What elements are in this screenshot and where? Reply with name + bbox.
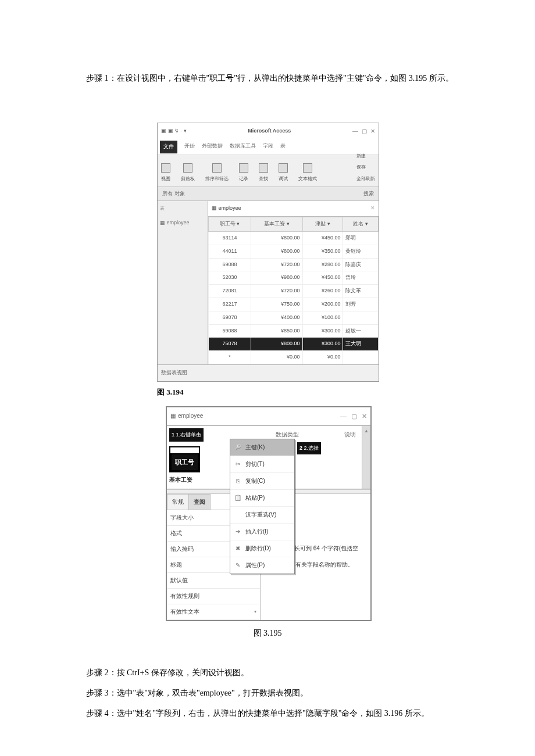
table-row[interactable]: 72081¥720.00¥260.00陈文革 (209, 285, 379, 298)
ribbon-tab-external[interactable]: 外部数据 (202, 141, 223, 153)
design-field-col: 1 1.右键单击 职工号 基本工资 (167, 426, 236, 489)
close-icon[interactable]: ✕ (370, 125, 375, 138)
prop-row-validtext[interactable]: 有效性文本▾ (167, 604, 260, 620)
step-1-text: 步骤 1：在设计视图中，右键单击"职工号"行，从弹出的快捷菜单中选择"主键"命令… (70, 70, 465, 88)
col-header-allow[interactable]: 津贴 ▾ (302, 217, 343, 232)
menu-item-paste[interactable]: 📋粘贴(P) (230, 490, 294, 507)
col-header-id[interactable]: 职工号 ▾ (209, 217, 251, 232)
scrollbar[interactable]: ▲ (362, 426, 370, 489)
ribbon-group-text[interactable]: 文本格式 (298, 163, 317, 184)
annotation-1: 1 1.右键单击 (169, 428, 204, 442)
menu-item-copy[interactable]: ⎘复制(C) (230, 473, 294, 490)
ribbon-tab-home[interactable]: 开始 (184, 141, 195, 153)
table-row[interactable]: 69088¥720.00¥280.00陈嘉庆 (209, 258, 379, 271)
menu-item-delete-row[interactable]: ✖删除行(D) (230, 540, 294, 557)
figure-194-access-window: ▣ ▣ ↯ · ▾ Microsoft Access — ▢ ✕ 文件 开始 外… (157, 123, 379, 382)
table-row[interactable]: 59088¥850.00¥300.00赵敏一 (209, 324, 379, 338)
ribbon-body: 视图 剪贴板 排序和筛选 记录 查找 调试 文本格式 新建 保存 全部刷新 (158, 155, 379, 187)
find-icon (259, 163, 268, 173)
minimize-icon[interactable]: — (352, 125, 358, 138)
maximize-icon[interactable]: ▢ (351, 409, 357, 423)
ribbon-right-new[interactable]: 新建 (356, 151, 366, 162)
delete-row-icon: ✖ (234, 542, 242, 555)
ribbon-group-records[interactable]: 记录 (239, 163, 248, 184)
titlebar: ▣ ▣ ↯ · ▾ Microsoft Access — ▢ ✕ (158, 123, 379, 139)
context-menu[interactable]: 🔑主键(K) ✂剪切(T) ⎘复制(C) 📋粘贴(P) 汉字重选(V) ➔插入行… (230, 439, 295, 574)
menu-item-ime[interactable]: 汉字重选(V) (230, 507, 294, 524)
tab-close-icon[interactable]: ✕ (370, 203, 375, 214)
view-icon (161, 163, 170, 173)
ribbon-tab-table[interactable]: 表 (280, 141, 286, 153)
figure-195-caption: 图 3.195 (166, 625, 369, 643)
ribbon-group-sort[interactable]: 排序和筛选 (205, 163, 229, 184)
table-header-row: 职工号 ▾ 基本工资 ▾ 津贴 ▾ 姓名 ▾ (209, 217, 379, 232)
close-icon[interactable]: ✕ (362, 409, 367, 423)
ribbon-right-refresh[interactable]: 全部刷新 (356, 174, 375, 184)
nav-pane[interactable]: 表 ▦ employee (158, 201, 208, 364)
table-row[interactable]: 63114¥800.00¥450.00郑明 (209, 231, 379, 245)
prop-tab-lookup[interactable]: 查阅 (188, 494, 211, 510)
design-grid[interactable]: 1 1.右键单击 职工号 基本工资 数据类型 说明 ▲ 🔑主键(K) (167, 426, 370, 489)
table-row[interactable]: 44011¥800.00¥350.00黄钰玲 (209, 245, 379, 258)
ribbon-tab-dbtools[interactable]: 数据库工具 (230, 141, 256, 153)
paste-icon: 📋 (234, 492, 242, 504)
ribbon-tab-fields[interactable]: 字段 (263, 141, 273, 153)
sort-icon (212, 163, 222, 173)
design-title: ▦ employee (170, 410, 203, 422)
ribbon-right-save[interactable]: 保存 (356, 162, 366, 173)
col-header-name[interactable]: 姓名 ▾ (343, 217, 379, 232)
table-row[interactable]: 52030¥980.00¥450.00曾玲 (209, 271, 379, 285)
table-row[interactable]: 69078¥400.00¥100.00 (209, 311, 379, 324)
menu-item-insert-row[interactable]: ➔插入行(I) (230, 524, 294, 540)
window-buttons[interactable]: — ▢ ✕ (352, 125, 375, 138)
ribbon-tabs: 文件 开始 外部数据 数据库工具 字段 表 (158, 139, 379, 155)
prop-row-default[interactable]: 默认值 (167, 573, 260, 589)
field-row-below[interactable]: 基本工资 (169, 474, 233, 486)
menu-item-primary-key[interactable]: 🔑主键(K) (230, 439, 294, 456)
step-3-text: 步骤 3：选中"表"对象，双击表"employee"，打开数据表视图。 (70, 685, 465, 703)
status-left: 数据表视图 (161, 370, 187, 375)
ribbon-group-view[interactable]: 视图 (161, 163, 170, 184)
records-icon (239, 163, 248, 173)
document-tab[interactable]: ▦ employee ✕ (208, 201, 379, 217)
nav-header: 所有 对象 搜索 (158, 187, 379, 202)
menu-item-properties[interactable]: ✎属性(P) (230, 557, 294, 574)
selected-field-cell[interactable]: 职工号 (170, 453, 199, 471)
datasheet-main: ▦ employee ✕ 职工号 ▾ 基本工资 ▾ 津贴 ▾ 姓名 ▾ 6311… (208, 201, 379, 364)
figure-194-caption: 图 3.194 (157, 384, 378, 401)
prop-tab-general[interactable]: 常规 (167, 494, 189, 510)
quick-access-toolbar: ▣ ▣ ↯ · ▾ (161, 126, 187, 137)
body-split: 表 ▦ employee ▦ employee ✕ 职工号 ▾ 基本工资 ▾ 津… (158, 201, 379, 364)
table-row-selected[interactable]: 75078¥800.00¥300.00王大明 (209, 338, 379, 351)
app-title: Microsoft Access (248, 126, 291, 137)
col-header-base[interactable]: 基本工资 ▾ (251, 217, 302, 232)
figure-195-design-view: ▦ employee — ▢ ✕ 1 1.右键单击 职工号 基本工资 数 (166, 406, 372, 621)
ribbon-group-clipboard[interactable]: 剪贴板 (181, 163, 195, 184)
page-content: 步骤 1：在设计视图中，右键单击"职工号"行，从弹出的快捷菜单中选择"主键"命令… (0, 0, 535, 756)
menu-item-cut[interactable]: ✂剪切(T) (230, 456, 294, 473)
step-4-text: 步骤 4：选中"姓名"字段列，右击，从弹出的快捷菜单中选择"隐藏字段"命令，如图… (70, 705, 465, 723)
status-bar: 数据表视图 (158, 364, 379, 381)
figure-194-block: ▣ ▣ ↯ · ▾ Microsoft Access — ▢ ✕ 文件 开始 外… (157, 123, 378, 401)
maximize-icon[interactable]: ▢ (362, 125, 367, 138)
insert-row-icon: ➔ (234, 525, 242, 538)
dropdown-icon[interactable]: ▾ (254, 607, 256, 617)
step-2-text: 步骤 2：按 CtrI+S 保存修改，关闭设计视图。 (70, 664, 465, 682)
ribbon-group-window[interactable]: 调试 (279, 163, 288, 184)
table-row-new[interactable]: *¥0.00¥0.00 (209, 351, 379, 364)
window-icon (279, 163, 288, 173)
nav-item-employee[interactable]: ▦ employee (160, 217, 205, 229)
scroll-up-icon[interactable]: ▲ (364, 426, 369, 436)
ribbon-tab-file[interactable]: 文件 (160, 141, 177, 153)
table-row[interactable]: 62217¥750.00¥200.00刘芳 (209, 298, 379, 311)
ribbon-group-find[interactable]: 查找 (259, 163, 268, 184)
prop-row-validrule[interactable]: 有效性规则 (167, 589, 260, 604)
design-window-buttons[interactable]: — ▢ ✕ (340, 409, 367, 423)
minimize-icon[interactable]: — (340, 409, 347, 423)
nav-right-label: 搜索 (363, 188, 374, 200)
figure-195-block: ▦ employee — ▢ ✕ 1 1.右键单击 职工号 基本工资 数 (166, 406, 369, 642)
datasheet-table[interactable]: 职工号 ▾ 基本工资 ▾ 津贴 ▾ 姓名 ▾ 63114¥800.00¥450.… (208, 217, 379, 364)
cut-icon: ✂ (234, 458, 242, 471)
annotation-2: 2 2.选择 (297, 442, 321, 455)
ribbon-group-right: 新建 保存 全部刷新 (356, 151, 375, 184)
